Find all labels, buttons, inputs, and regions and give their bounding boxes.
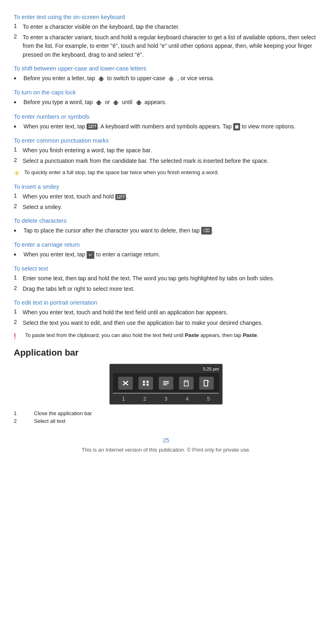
list-item: • When you enter text, tap 12!?. A keybo… (14, 122, 318, 132)
status-time: 5:25 pm (203, 367, 219, 371)
app-bar-numbers: 1 2 3 4 5 (113, 395, 219, 404)
list-item: • Before you enter a letter, tap to swit… (14, 74, 318, 83)
section-enter-keyboard: To enter text using the on-screen keyboa… (14, 14, 318, 60)
list-edit-portrait: 1 When you enter text, touch and hold th… (14, 308, 318, 327)
list-item: 1 When you enter text, touch and hold 12… (14, 192, 318, 201)
warning-text: To paste text from the clipboard, you ca… (25, 331, 258, 339)
tip-text: To quickly enter a full stop, tap the sp… (24, 168, 219, 177)
list-select-text: 1 Enter some text, then tap and hold the… (14, 274, 318, 293)
app-bar-num-3: 3 (159, 396, 173, 402)
heading-carriage-return: To enter a carriage return (14, 241, 318, 248)
svg-rect-14 (163, 384, 167, 385)
app-bar-icons-row (115, 375, 217, 390)
num-sym-icon: 12!? (87, 124, 98, 130)
app-bar-image: 5:25 pm (14, 364, 318, 405)
grid-icon (142, 380, 150, 387)
heading-delete-chars: To delete characters (14, 218, 318, 224)
app-bar-num-1: 1 (116, 396, 131, 402)
caps-icon-3 (135, 99, 142, 106)
heading-enter-keyboard: To enter text using the on-screen keyboa… (14, 14, 318, 20)
list-item: 2 Select a punctuation mark from the can… (14, 157, 318, 166)
heading-select-text: To select text (14, 265, 318, 272)
svg-rect-8 (143, 381, 145, 383)
heading-numbers-symbols: To enter numbers or symbols (14, 113, 318, 120)
section-edit-portrait: To edit text in portrait orientation 1 W… (14, 299, 318, 327)
app-bar-diagram: 5:25 pm (109, 364, 223, 405)
svg-marker-2 (96, 100, 102, 105)
app-bar-icon-clipboard (179, 377, 194, 390)
svg-rect-9 (147, 381, 149, 383)
app-bar-num-2: 2 (138, 396, 152, 402)
legend-num-2: 2 (14, 417, 34, 425)
section-numbers-symbols: To enter numbers or symbols • When you e… (14, 113, 318, 132)
list-item: 2 To enter a character variant, touch an… (14, 33, 318, 60)
app-bar-icon-close (118, 377, 133, 390)
app-bar-section: Application bar 5:25 pm (14, 348, 318, 425)
list-caps-lock: • Before you type a word, tap or until a… (14, 98, 318, 107)
legend-row-1: 1 Close the application bar (14, 409, 318, 417)
section-delete-chars: To delete characters • Tap to place the … (14, 218, 318, 236)
legend-label-1: Close the application bar (34, 409, 318, 417)
list-item: 1 To enter a character visible on the ke… (14, 23, 318, 32)
svg-rect-13 (163, 383, 169, 384)
heading-edit-portrait: To edit text in portrait orientation (14, 299, 318, 306)
shift-icon-2 (168, 75, 175, 82)
caps-icon-1 (95, 99, 102, 106)
list-item: 1 Enter some text, then tap and hold the… (14, 274, 318, 283)
section-caps-lock: To turn on the caps lock • Before you ty… (14, 89, 318, 107)
list-item: • Before you type a word, tap or until a… (14, 98, 318, 107)
svg-rect-5 (138, 104, 140, 105)
list-item: 1 When you enter text, touch and hold th… (14, 308, 318, 317)
section-punctuation: To enter common punctuation marks 1 When… (14, 137, 318, 165)
list-item: 2 Select a smiley. (14, 203, 318, 212)
warning-paste: ! To paste text from the clipboard, you … (14, 331, 318, 341)
section-insert-smiley: To insert a smiley 1 When you enter text… (14, 183, 318, 211)
svg-marker-0 (98, 76, 104, 81)
smiley-num-icon: 12!? (115, 194, 126, 200)
app-bar-legend: 1 Close the application bar 2 Select all… (14, 409, 318, 425)
list-numbers-symbols: • When you enter text, tap 12!?. A keybo… (14, 122, 318, 132)
return-icon: ↵ (87, 251, 94, 259)
delete-icon: ⌫ (201, 227, 212, 235)
list-item: • Tap to place the cursor after the char… (14, 226, 318, 236)
list-insert-smiley: 1 When you enter text, touch and hold 12… (14, 192, 318, 211)
heading-shift-case: To shift between upper-case and lower-ca… (14, 65, 318, 72)
page-footer: 25 This is an Internet version of this p… (14, 437, 318, 453)
list-item: 2 Drag the tabs left or right to select … (14, 285, 318, 294)
list-delete-chars: • Tap to place the cursor after the char… (14, 226, 318, 236)
list-item: 1 When you finish entering a word, tap t… (14, 146, 318, 155)
more-icon: ▦ (233, 123, 240, 130)
svg-rect-11 (147, 384, 149, 386)
page-icon (202, 380, 211, 387)
select-icon (162, 380, 170, 387)
app-bar-icon-grid (138, 377, 153, 390)
shift-icon-1 (98, 75, 105, 82)
footer-note: This is an Internet version of this publ… (14, 447, 318, 453)
svg-rect-19 (204, 380, 208, 386)
app-bar-title: Application bar (14, 348, 318, 358)
legend-label-2: Select all text (34, 417, 318, 425)
app-bar-icon-select (159, 377, 173, 390)
list-punctuation: 1 When you finish entering a word, tap t… (14, 146, 318, 165)
list-enter-keyboard: 1 To enter a character visible on the ke… (14, 23, 318, 60)
svg-rect-10 (143, 384, 145, 386)
list-item: 2 Select the text you want to edit, and … (14, 319, 318, 328)
app-bar-num-5: 5 (201, 396, 216, 402)
heading-punctuation: To enter common punctuation marks (14, 137, 318, 144)
list-carriage-return: • When you enter text, tap ↵ to enter a … (14, 250, 318, 260)
heading-caps-lock: To turn on the caps lock (14, 89, 318, 96)
caps-icon-2 (112, 99, 119, 106)
tip-fullstop: ✳ To quickly enter a full stop, tap the … (14, 168, 318, 178)
x-icon (121, 380, 130, 387)
list-shift-case: • Before you enter a letter, tap to swit… (14, 74, 318, 83)
app-bar-icon-page (199, 377, 214, 390)
section-select-text: To select text 1 Enter some text, then t… (14, 265, 318, 293)
warning-icon: ! (14, 332, 25, 341)
clipboard-icon (182, 380, 190, 387)
page-number: 25 (14, 437, 318, 444)
heading-insert-smiley: To insert a smiley (14, 183, 318, 190)
app-bar-num-4: 4 (180, 396, 194, 402)
list-item: • When you enter text, tap ↵ to enter a … (14, 250, 318, 260)
svg-marker-3 (113, 100, 119, 105)
svg-marker-1 (168, 76, 174, 81)
